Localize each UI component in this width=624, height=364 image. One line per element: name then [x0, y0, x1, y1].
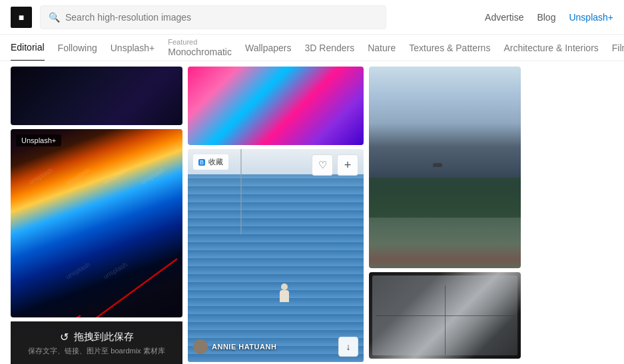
unsplash-plus-header-link[interactable]: Unsplash+ — [569, 12, 613, 23]
svg-line-0 — [91, 259, 177, 317]
nav-item-architecture[interactable]: Architecture & Interiors — [503, 35, 598, 61]
nav-item-3d-renders[interactable]: 3D Renders — [305, 35, 355, 61]
collect-label: 收藏 — [208, 157, 223, 167]
column-middle: B 收藏 ♡ + ANNIE HATUANH ↓ — [188, 67, 364, 359]
logo-icon: ■ — [19, 12, 24, 23]
nav-item-nature[interactable]: Nature — [368, 35, 396, 61]
column-left: Unsplash+ unsplash unsplash unsplash uns… — [11, 67, 182, 359]
nav-item-film[interactable]: Film — [612, 35, 624, 61]
unsplash-plus-badge: Unsplash+ — [16, 134, 61, 146]
logo[interactable]: ■ — [11, 7, 32, 28]
red-arrow — [11, 129, 182, 317]
drag-overlay-title-text: 拖拽到此保存 — [74, 331, 134, 343]
author-avatar — [193, 339, 208, 354]
image-window[interactable] — [369, 272, 521, 359]
search-icon: 🔍 — [49, 12, 60, 23]
navigation: Editorial Following Unsplash+ Featured M… — [0, 35, 624, 61]
drag-to-save-overlay: ↺ 拖拽到此保存 保存文字、链接、图片至 boardmix 素材库 — [11, 321, 182, 364]
search-input[interactable] — [65, 12, 378, 23]
image-pink-neon[interactable] — [188, 67, 364, 145]
header: ■ 🔍 Advertise Blog Unsplash+ — [0, 0, 624, 35]
column-right — [369, 67, 521, 359]
nav-featured-group: Featured Monochromatic — [168, 35, 232, 61]
nav-item-editorial[interactable]: Editorial — [11, 35, 45, 61]
advertise-link[interactable]: Advertise — [485, 12, 523, 23]
main-content: Unsplash+ unsplash unsplash unsplash uns… — [0, 61, 624, 364]
author-name: ANNIE HATUANH — [212, 343, 276, 351]
platform-dot: B — [198, 159, 205, 166]
image-fluid-art[interactable]: Unsplash+ unsplash unsplash unsplash uns… — [11, 129, 182, 317]
image-controls: ♡ + — [312, 154, 358, 176]
featured-label: Featured — [168, 39, 232, 46]
drag-overlay-title: ↺ 拖拽到此保存 — [21, 331, 172, 343]
nav-item-wallpapers[interactable]: Wallpapers — [245, 35, 292, 61]
drag-overlay-subtitle: 保存文字、链接、图片至 boardmix 素材库 — [21, 346, 172, 356]
svg-line-2 — [54, 315, 81, 317]
image-stadium[interactable]: B 收藏 ♡ + ANNIE HATUANH ↓ — [188, 149, 364, 362]
author-info: ANNIE HATUANH — [193, 339, 276, 354]
blog-link[interactable]: Blog — [537, 12, 555, 23]
search-bar: 🔍 — [40, 5, 386, 29]
author-line: ANNIE HATUANH ↓ — [193, 337, 358, 357]
nav-item-monochromatic[interactable]: Monochromatic — [168, 47, 232, 57]
nav-item-unsplash-plus[interactable]: Unsplash+ — [111, 35, 155, 61]
image-mountain-lake[interactable] — [369, 67, 521, 268]
add-to-collection-button[interactable]: + — [337, 154, 358, 176]
image-dark-top[interactable] — [11, 67, 182, 125]
platform-collect-badge[interactable]: B 收藏 — [193, 154, 228, 170]
nav-item-textures[interactable]: Textures & Patterns — [409, 35, 490, 61]
download-button[interactable]: ↓ — [338, 337, 358, 357]
drag-icon: ↺ — [60, 331, 69, 343]
like-button[interactable]: ♡ — [312, 154, 333, 176]
nav-item-following[interactable]: Following — [58, 35, 97, 61]
